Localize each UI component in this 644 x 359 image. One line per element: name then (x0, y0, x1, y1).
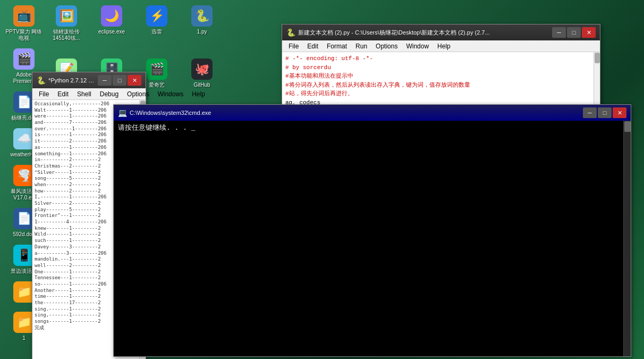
cmd-content[interactable]: 请按任意键继续. . . _ (114, 121, 631, 356)
cmd-title-text: C:\Windows\system32\cmd.exe (130, 110, 583, 116)
icon-label-thunder: 迅雷 (151, 29, 162, 35)
cmd-maximize[interactable]: □ (598, 107, 612, 118)
editor-content[interactable]: # -*- encoding: utf-8 -*- # by sorcerdu … (282, 52, 600, 108)
menu-debug[interactable]: Debug (96, 89, 123, 99)
editor-menu-window[interactable]: Window (402, 41, 433, 51)
desktop-icon-thunder[interactable]: ⚡ 迅雷 (135, 3, 178, 44)
icon-label-eclipse: eclipse.exe (98, 29, 125, 35)
desktop-icon-pptv[interactable]: 📺 PPTV聚力 网络电视 (3, 3, 45, 44)
icon-label-pptv: PPTV聚力 网络电视 (5, 29, 43, 41)
python-icon: 🐍 (37, 76, 45, 85)
cmd-scrollthumb[interactable] (624, 121, 631, 132)
editor-menu-format[interactable]: Format (323, 41, 351, 51)
icon-label-github: GitHub (193, 82, 210, 88)
editor-scrollthumb[interactable] (595, 53, 600, 63)
desktop-icon-github[interactable]: 🐙 GitHub (181, 56, 223, 91)
desktop: 📺 PPTV聚力 网络电视 🎬 AdobePremiere 📄 杨继亮.doc … (0, 0, 644, 359)
icon-label-jingdiao: 锦鲤泼绘传145140练... (53, 29, 80, 41)
cmd-icon: 💻 (118, 108, 126, 117)
python-shell-maximize[interactable]: □ (113, 75, 126, 86)
desktop-icon-eclipse[interactable]: 🌙 eclipse.exe (90, 3, 133, 44)
cmd-scrollbar[interactable] (623, 121, 631, 356)
editor-scrollbar[interactable] (594, 52, 600, 108)
editor-close[interactable]: ✕ (582, 27, 596, 38)
menu-windows[interactable]: Windows (153, 89, 188, 99)
editor-line-3: #基本功能和用法在提示中 (285, 72, 597, 81)
editor-line-5: #站，得先分词后再进行。 (285, 89, 597, 98)
cmd-minimize[interactable]: ─ (583, 107, 597, 118)
editor-controls: ─ □ ✕ (552, 27, 596, 38)
editor-icon: 🐍 (286, 28, 295, 37)
cmd-close[interactable]: ✕ (613, 107, 626, 118)
python-shell-close[interactable]: ✕ (128, 75, 141, 86)
menu-options[interactable]: Options (123, 89, 153, 99)
editor-menu-options[interactable]: Options (371, 41, 402, 51)
editor-menu-file[interactable]: File (284, 41, 303, 51)
editor-line-1: # -*- encoding: utf-8 -*- (285, 54, 597, 63)
editor-menu-edit[interactable]: Edit (303, 41, 323, 51)
editor-maximize[interactable]: □ (567, 27, 581, 38)
menu-file[interactable]: File (35, 89, 53, 99)
editor-menu-help[interactable]: Help (433, 41, 455, 51)
editor-menubar: File Edit Format Run Options Window Help (282, 40, 600, 52)
menu-shell[interactable]: Shell (73, 89, 96, 99)
editor-titlebar[interactable]: 🐍 新建文本文档 (2).py - C:\Users\杨继花\Desktop\新… (282, 24, 600, 40)
editor-window: 🐍 新建文本文档 (2).py - C:\Users\杨继花\Desktop\新… (282, 24, 600, 109)
editor-title: 新建文本文档 (2).py - C:\Users\杨继花\Desktop\新建文… (298, 29, 552, 37)
desktop-icon-py[interactable]: 🐍 1.py (181, 3, 223, 44)
python-shell-title: *Python 2.7.12 Shell* (48, 77, 98, 84)
menu-edit[interactable]: Edit (53, 89, 73, 99)
python-shell-menubar: File Edit Shell Debug Options Windows He… (32, 88, 146, 100)
icon-label-iqiyi: 爱奇艺 (149, 82, 165, 88)
cmd-text: 请按任意键继续. . . _ (118, 124, 196, 132)
editor-line-2: # by sorcerdu (285, 63, 597, 72)
python-shell-titlebar[interactable]: 🐍 *Python 2.7.12 Shell* ─ □ ✕ (32, 72, 146, 88)
editor-menu-run[interactable]: Run (351, 41, 371, 51)
cmd-titlebar[interactable]: 💻 C:\Windows\system32\cmd.exe ─ □ ✕ (114, 105, 631, 121)
cmd-controls: ─ □ ✕ (583, 107, 626, 118)
cmd-window: 💻 C:\Windows\system32\cmd.exe ─ □ ✕ 请按任意… (113, 104, 631, 357)
python-shell-controls: ─ □ ✕ (98, 75, 141, 86)
icon-label-py: 1.py (197, 29, 207, 35)
icon-label-folder2: 1 (22, 335, 26, 341)
desktop-icon-jingdiao[interactable]: 🖼️ 锦鲤泼绘传145140练... (45, 3, 88, 44)
editor-line-4: #将分词存入列表，然后从列表读出存入字典，键为词，值存放词的数量 (285, 81, 597, 90)
python-shell-minimize[interactable]: ─ (98, 75, 112, 86)
menu-help[interactable]: Help (188, 89, 209, 99)
editor-minimize[interactable]: ─ (552, 27, 566, 38)
